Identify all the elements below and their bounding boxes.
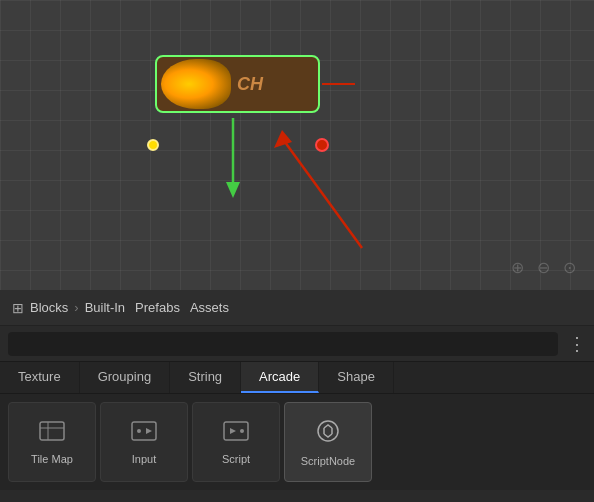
input-icon <box>130 420 158 447</box>
menu-dots-button[interactable]: ⋮ <box>568 333 586 355</box>
breadcrumb-bar: ⊞ Blocks › Built-In Prefabs Assets <box>0 290 594 326</box>
svg-marker-1 <box>226 182 240 198</box>
category-tabs: Texture Grouping String Arcade Shape <box>0 362 594 394</box>
svg-marker-10 <box>146 428 152 434</box>
grid-item-script[interactable]: Script <box>192 402 280 482</box>
zoom-in-button[interactable]: ⊕ <box>506 256 528 278</box>
breadcrumb-sep-1: › <box>74 300 78 315</box>
svg-point-14 <box>318 421 338 441</box>
tilemap-icon <box>38 420 66 447</box>
svg-point-9 <box>137 429 141 433</box>
search-bar: ⋮ <box>0 326 594 362</box>
svg-rect-5 <box>40 422 64 440</box>
grid-item-input[interactable]: Input <box>100 402 188 482</box>
zoom-out-button[interactable]: ⊖ <box>532 256 554 278</box>
tab-texture[interactable]: Texture <box>0 362 80 393</box>
search-input[interactable] <box>8 332 558 356</box>
breadcrumb-prefabs[interactable]: Prefabs <box>135 300 180 315</box>
bottom-panel: ⊞ Blocks › Built-In Prefabs Assets ⋮ Tex… <box>0 290 594 502</box>
tab-string[interactable]: String <box>170 362 241 393</box>
svg-point-13 <box>240 429 244 433</box>
input-label: Input <box>132 453 156 465</box>
tilemap-label: Tile Map <box>31 453 73 465</box>
script-label: Script <box>222 453 250 465</box>
zoom-reset-button[interactable]: ⊙ <box>558 256 580 278</box>
grid-item-tilemap[interactable]: Tile Map <box>8 402 96 482</box>
node-glow <box>161 59 231 109</box>
scriptnode-label: ScriptNode <box>301 455 355 467</box>
svg-marker-12 <box>230 428 236 434</box>
node-block[interactable]: CH <box>155 55 320 113</box>
scriptnode-icon <box>315 418 341 449</box>
script-icon <box>222 420 250 447</box>
breadcrumb-builtin[interactable]: Built-In <box>85 300 125 315</box>
canvas-area[interactable]: CH ⊕ ⊖ ⊙ <box>0 0 594 290</box>
svg-marker-3 <box>274 130 292 148</box>
breadcrumb-assets[interactable]: Assets <box>190 300 229 315</box>
node-label: CH <box>237 74 263 95</box>
grid-item-scriptnode[interactable]: ScriptNode <box>284 402 372 482</box>
breadcrumb-blocks[interactable]: Blocks <box>30 300 68 315</box>
tab-arcade[interactable]: Arcade <box>241 362 319 393</box>
canvas-svg <box>0 0 594 290</box>
tab-shape[interactable]: Shape <box>319 362 394 393</box>
node-dot-right <box>315 138 329 152</box>
blocks-icon: ⊞ <box>12 300 24 316</box>
items-grid: Tile Map Input Script <box>0 394 594 490</box>
zoom-controls: ⊕ ⊖ ⊙ <box>506 256 580 278</box>
svg-line-2 <box>282 138 362 248</box>
svg-rect-8 <box>132 422 156 440</box>
tab-grouping[interactable]: Grouping <box>80 362 170 393</box>
node-dot-left <box>147 139 159 151</box>
